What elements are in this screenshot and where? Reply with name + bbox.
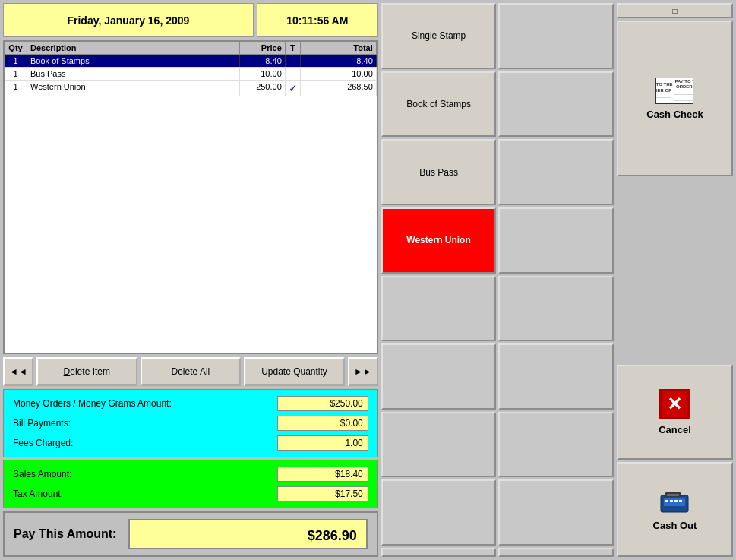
update-quantity-button[interactable]: Update Quantity bbox=[244, 357, 345, 386]
right-panel: □ PAY TO THEORDER OF____________________… bbox=[617, 3, 733, 557]
delete-item-button[interactable]: Delete Item bbox=[36, 357, 137, 386]
product-btn-empty bbox=[498, 3, 614, 69]
sales-amount-label: Sales Amount: bbox=[13, 469, 71, 479]
header-bar: Friday, January 16, 2009 10:11:56 AM bbox=[3, 3, 378, 37]
table-row[interactable]: 1 Bus Pass 10.00 10.00 bbox=[5, 68, 377, 81]
sales-amount-row: Sales Amount: $18.40 bbox=[13, 467, 368, 482]
right-middle-spacer bbox=[617, 179, 733, 362]
amounts-section: Money Orders / Money Grams Amount: $250.… bbox=[3, 389, 378, 508]
table-row[interactable]: 1 Book of Stamps 8.40 8.40 bbox=[5, 55, 377, 68]
cancel-icon: ✕ bbox=[659, 389, 690, 419]
product-btn-empty bbox=[381, 412, 497, 478]
main-container: Friday, January 16, 2009 10:11:56 AM Qty… bbox=[0, 0, 736, 560]
money-orders-row: Money Orders / Money Grams Amount: $250.… bbox=[13, 396, 368, 411]
cell-total: 10.00 bbox=[301, 68, 377, 80]
svg-rect-5 bbox=[679, 500, 682, 502]
header-time: 10:11:56 AM bbox=[257, 3, 378, 37]
product-btn-empty bbox=[381, 479, 497, 546]
product-btn-empty bbox=[498, 412, 614, 478]
next-button[interactable]: ►► bbox=[348, 357, 378, 386]
col-header-total: Total bbox=[301, 42, 377, 54]
cyan-amounts-box: Money Orders / Money Grams Amount: $250.… bbox=[3, 389, 378, 457]
cell-desc: Western Union bbox=[27, 81, 240, 96]
transaction-table: Qty Description Price T Total 1 Book of … bbox=[3, 40, 378, 354]
cash-check-icon: PAY TO THEORDER OF______________________ bbox=[655, 78, 693, 104]
product-btn-empty bbox=[498, 276, 614, 342]
product-grid: Single Stamp Book of Stamps Bus Pass Wes… bbox=[381, 3, 614, 557]
cell-qty: 1 bbox=[5, 81, 27, 96]
svg-rect-3 bbox=[670, 500, 673, 502]
cash-check-label: Cash Check bbox=[646, 109, 703, 120]
tax-amount-label: Tax Amount: bbox=[13, 489, 63, 499]
sales-amount-value: $18.40 bbox=[277, 467, 368, 482]
bill-payments-value: $0.00 bbox=[277, 416, 368, 431]
bill-payments-label: Bill Payments: bbox=[13, 418, 71, 429]
product-btn-empty bbox=[498, 139, 614, 205]
product-btn-empty bbox=[498, 71, 614, 138]
fees-charged-value: 1.00 bbox=[277, 435, 368, 451]
pay-label: Pay This Amount: bbox=[14, 527, 116, 541]
product-btn-empty bbox=[381, 548, 497, 557]
col-header-desc: Description bbox=[27, 42, 240, 54]
cell-taxed bbox=[286, 55, 301, 67]
cell-taxed bbox=[286, 68, 301, 80]
right-top-indicator: □ bbox=[617, 3, 733, 18]
svg-rect-4 bbox=[674, 500, 678, 502]
cancel-label: Cancel bbox=[659, 424, 691, 435]
tax-amount-row: Tax Amount: $17.50 bbox=[13, 486, 368, 501]
cash-out-label: Cash Out bbox=[653, 520, 697, 531]
col-header-t: T bbox=[286, 42, 301, 54]
pay-value: $286.90 bbox=[128, 519, 367, 549]
money-orders-value: $250.00 bbox=[277, 396, 368, 411]
product-btn-single-stamp[interactable]: Single Stamp bbox=[381, 3, 497, 69]
product-btn-empty bbox=[498, 479, 614, 546]
product-btn-empty bbox=[381, 343, 497, 410]
bill-payments-row: Bill Payments: $0.00 bbox=[13, 416, 368, 431]
cancel-button[interactable]: ✕ Cancel bbox=[617, 365, 733, 460]
cash-out-button[interactable]: Cash Out bbox=[617, 462, 733, 557]
green-amounts-box: Sales Amount: $18.40 Tax Amount: $17.50 bbox=[3, 460, 378, 508]
cell-taxed: ✓ bbox=[286, 81, 301, 96]
product-btn-empty bbox=[498, 548, 614, 557]
cash-out-icon bbox=[659, 489, 690, 515]
cell-price: 250.00 bbox=[240, 81, 286, 96]
svg-rect-2 bbox=[665, 500, 668, 502]
cell-total: 268.50 bbox=[301, 81, 377, 96]
product-btn-book-of-stamps[interactable]: Book of Stamps bbox=[381, 71, 497, 138]
cell-qty: 1 bbox=[5, 68, 27, 80]
prev-button[interactable]: ◄◄ bbox=[3, 357, 33, 386]
col-header-price: Price bbox=[240, 42, 286, 54]
cell-total: 8.40 bbox=[301, 55, 377, 67]
cell-qty: 1 bbox=[5, 55, 27, 67]
tax-amount-value: $17.50 bbox=[277, 486, 368, 501]
pay-section: Pay This Amount: $286.90 bbox=[3, 511, 378, 557]
left-panel: Friday, January 16, 2009 10:11:56 AM Qty… bbox=[3, 3, 378, 557]
fees-charged-row: Fees Charged: 1.00 bbox=[13, 435, 368, 451]
col-header-qty: Qty bbox=[5, 42, 27, 54]
product-btn-bus-pass[interactable]: Bus Pass bbox=[381, 139, 497, 205]
cell-price: 10.00 bbox=[240, 68, 286, 80]
nav-buttons: ◄◄ Delete Item Delete All Update Quantit… bbox=[3, 357, 378, 386]
fees-charged-label: Fees Charged: bbox=[13, 438, 73, 448]
delete-all-button[interactable]: Delete All bbox=[141, 357, 242, 386]
table-row[interactable]: 1 Western Union 250.00 ✓ 268.50 bbox=[5, 81, 377, 96]
money-orders-label: Money Orders / Money Grams Amount: bbox=[13, 398, 172, 409]
table-header: Qty Description Price T Total bbox=[5, 42, 377, 55]
product-btn-western-union[interactable]: Western Union bbox=[381, 207, 497, 274]
product-btn-empty bbox=[498, 343, 614, 410]
product-btn-empty bbox=[498, 207, 614, 274]
cash-check-button[interactable]: PAY TO THEORDER OF______________________… bbox=[617, 21, 733, 176]
header-date: Friday, January 16, 2009 bbox=[3, 3, 254, 37]
cell-desc: Book of Stamps bbox=[27, 55, 240, 67]
product-btn-empty bbox=[381, 276, 497, 342]
cell-price: 8.40 bbox=[240, 55, 286, 67]
svg-rect-7 bbox=[667, 494, 679, 496]
cell-desc: Bus Pass bbox=[27, 68, 240, 80]
